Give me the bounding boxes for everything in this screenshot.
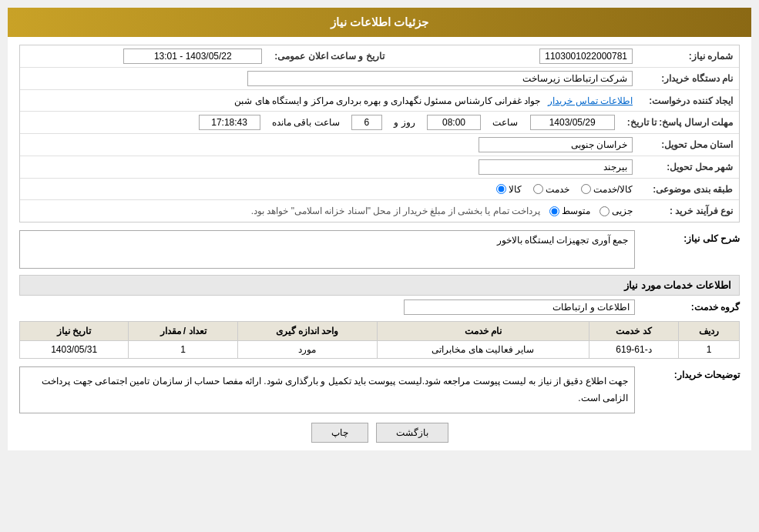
- tabndi-radio-group: کالا/خدمت خدمت کالا: [26, 184, 633, 195]
- kala-khedmat-label: کالا/خدمت: [593, 184, 633, 195]
- radio-kala: کالا: [496, 184, 522, 195]
- cell-kod: د-61-619: [589, 341, 678, 359]
- shahr-label: شهر محل تحویل:: [639, 159, 739, 176]
- jozei-label: جزیی: [612, 206, 633, 216]
- mohlet-date-box: 1403/05/29: [530, 115, 615, 130]
- col-name: نام خدمت: [377, 322, 589, 341]
- col-kod: کد خدمت: [589, 322, 678, 341]
- radio-motavaset: متوسط: [549, 206, 590, 216]
- col-vahed: واحد اندازه گیری: [237, 322, 377, 341]
- sharh-row: شرح کلی نیاز: جمع آوری تجهیزات ایستگاه ب…: [19, 230, 740, 269]
- services-table: ردیف کد خدمت نام خدمت واحد اندازه گیری ت…: [19, 321, 740, 359]
- mohlet-saat-label: ساعت: [492, 117, 518, 128]
- table-row: 1 د-61-619 سایر فعالیت های مخابراتی مورد…: [20, 341, 740, 359]
- cell-vahed: مورد: [237, 341, 377, 359]
- group-label: گروه خدمت:: [640, 302, 740, 313]
- shomara-box: 1103001022000781: [539, 49, 633, 64]
- row-ijad: ایجاد کننده درخواست: اطلاعات تماس خریدار…: [20, 90, 739, 112]
- print-button[interactable]: چاپ: [311, 423, 368, 443]
- row-ostan: استان محل تحویل: خراسان جنوبی: [20, 134, 739, 156]
- shomara-value: 1103001022000781: [391, 45, 639, 67]
- radio-kala-input[interactable]: [496, 184, 506, 194]
- row-shahr: شهر محل تحویل: بیرجند: [20, 156, 739, 179]
- ostan-value: خراسان جنوبی: [20, 134, 639, 156]
- cell-name: سایر فعالیت های مخابراتی: [377, 341, 589, 359]
- mohlet-saat-box: 08:00: [427, 115, 481, 130]
- table-header-row: ردیف کد خدمت نام خدمت واحد اندازه گیری ت…: [20, 322, 740, 341]
- row-shomara: شماره نیاز: 1103001022000781 تاریخ و ساع…: [20, 45, 739, 68]
- ijad-name: جواد غفرانی کارشناس مسئول نگهداری و بهره…: [234, 95, 540, 106]
- ijad-label: ایجاد کننده درخواست:: [639, 92, 739, 109]
- dasgah-box: شرکت ارتباطات زیرساخت: [247, 71, 633, 86]
- page-title: جزئیات اطلاعات نیاز: [331, 15, 428, 28]
- tarikh-box: 1403/05/22 - 13:01: [123, 49, 262, 64]
- kala-label: کالا: [509, 184, 522, 195]
- radio-khedmat-input[interactable]: [533, 184, 543, 194]
- radio-khedmat: خدمت: [533, 184, 569, 195]
- sharh-box: جمع آوری تجهیزات ایستگاه بالاخور: [19, 230, 635, 269]
- row-dasgah: نام دستگاه خریدار: شرکت ارتباطات زیرساخت: [20, 68, 739, 90]
- mohlet-rooz-box: 6: [351, 115, 382, 130]
- mohlet-value: 1403/05/29 ساعت 08:00 روز و 6 ساعت باقی …: [20, 112, 621, 133]
- tarikh-value: 1403/05/22 - 13:01: [20, 45, 268, 67]
- tarikh-label: تاریخ و ساعت اعلان عمومی:: [268, 48, 390, 65]
- group-row: گروه خدمت: اطلاعات و ارتباطات: [19, 299, 740, 315]
- content-area: شماره نیاز: 1103001022000781 تاریخ و ساع…: [8, 37, 751, 450]
- nooo-label: نوع فرآیند خرید :: [639, 202, 739, 219]
- toseih-box: جهت اطلاع دقیق از نیاز به لیست پیوست مرا…: [19, 366, 635, 413]
- sharh-value: جمع آوری تجهیزات ایستگاه بالاخور: [497, 235, 628, 246]
- toseih-text: جهت اطلاع دقیق از نیاز به لیست پیوست مرا…: [42, 376, 628, 403]
- tabndi-label: طبقه بندی موضوعی:: [639, 181, 739, 198]
- back-button[interactable]: بازگشت: [376, 423, 448, 443]
- services-section-title: اطلاعات خدمات مورد نیاز: [19, 275, 740, 296]
- ijad-link[interactable]: اطلاعات تماس خریدار: [548, 95, 633, 106]
- nooo-value: جزیی متوسط پرداخت تمام یا بخشی از مبلغ خ…: [20, 202, 639, 219]
- nooo-desc: پرداخت تمام یا بخشی از مبلغ خریدار از مح…: [251, 206, 540, 216]
- mohlet-rooz-label: روز و: [394, 117, 415, 128]
- cell-tarikh: 1403/05/31: [20, 341, 129, 359]
- radio-motavaset-input[interactable]: [549, 206, 559, 216]
- shahr-value: بیرجند: [20, 156, 639, 178]
- group-value-cell: اطلاعات و ارتباطات: [19, 299, 635, 315]
- radio-jozei: جزیی: [599, 206, 633, 216]
- motavaset-label: متوسط: [562, 206, 590, 216]
- buttons-row: بازگشت چاپ: [19, 423, 740, 443]
- ijad-value: اطلاعات تماس خریدار جواد غفرانی کارشناس …: [20, 92, 639, 109]
- radio-kala-khedmat-input[interactable]: [581, 184, 591, 194]
- nooo-row-inner: جزیی متوسط پرداخت تمام یا بخشی از مبلغ خ…: [26, 206, 633, 216]
- toseih-row: توضیحات خریدار: جهت اطلاع دقیق از نیاز ب…: [19, 366, 740, 413]
- page-container: جزئیات اطلاعات نیاز شماره نیاز: 11030010…: [8, 8, 751, 450]
- col-tarikh: تاریخ نیاز: [20, 322, 129, 341]
- radio-kala-khedmat: کالا/خدمت: [581, 184, 633, 195]
- ostan-box: خراسان جنوبی: [479, 137, 633, 152]
- sharh-label: شرح کلی نیاز:: [640, 230, 740, 244]
- toseih-value-cell: جهت اطلاع دقیق از نیاز به لیست پیوست مرا…: [19, 366, 635, 413]
- col-radif: ردیف: [679, 322, 740, 341]
- row-nooo: نوع فرآیند خرید : جزیی متوسط پرداخت تمام…: [20, 200, 739, 222]
- ostan-label: استان محل تحویل:: [639, 136, 739, 153]
- mohlet-label: مهلت ارسال پاسخ: تا تاریخ:: [621, 114, 739, 131]
- cell-radif: 1: [679, 341, 740, 359]
- toseih-label: توضیحات خریدار:: [640, 366, 740, 380]
- dasgah-label: نام دستگاه خریدار:: [639, 70, 739, 87]
- khedmat-label: خدمت: [546, 184, 569, 195]
- tarikh-row: 1403/05/29 ساعت 08:00 روز و 6 ساعت باقی …: [26, 115, 615, 130]
- row-mohlet: مهلت ارسال پاسخ: تا تاریخ: 1403/05/29 سا…: [20, 112, 739, 134]
- col-tedad: تعداد / مقدار: [129, 322, 237, 341]
- row-tabndi: طبقه بندی موضوعی: کالا/خدمت خدمت کالا: [20, 179, 739, 200]
- mohlet-mande-box: 17:18:43: [199, 115, 260, 130]
- page-header: جزئیات اطلاعات نیاز: [8, 8, 751, 37]
- group-box: اطلاعات و ارتباطات: [404, 299, 635, 315]
- tabndi-value: کالا/خدمت خدمت کالا: [20, 181, 639, 198]
- cell-tedad: 1: [129, 341, 237, 359]
- radio-jozei-input[interactable]: [599, 206, 610, 216]
- info-section: شماره نیاز: 1103001022000781 تاریخ و ساع…: [19, 45, 740, 223]
- shahr-box: بیرجند: [479, 159, 633, 175]
- shomara-label: شماره نیاز:: [639, 48, 739, 65]
- mohlet-mande-label: ساعت باقی مانده: [272, 117, 340, 128]
- dasgah-value: شرکت ارتباطات زیرساخت: [20, 68, 639, 89]
